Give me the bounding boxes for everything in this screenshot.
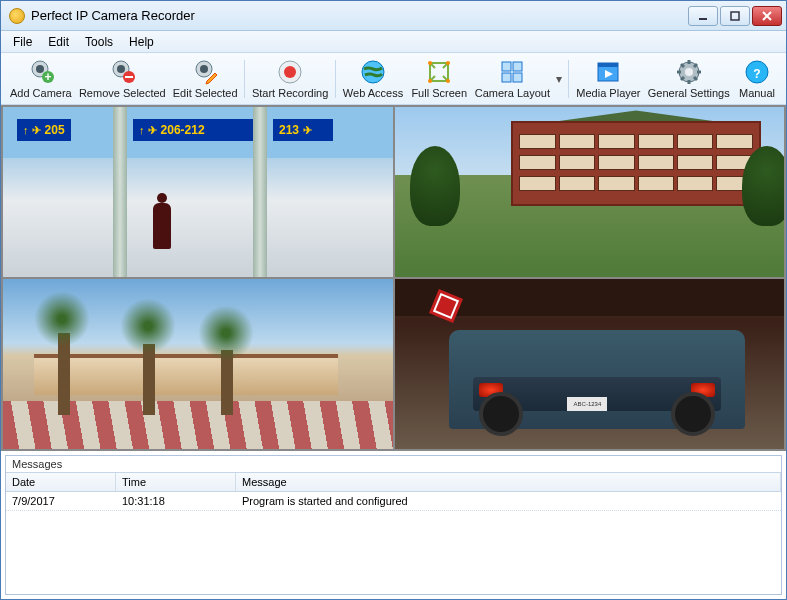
- col-time[interactable]: Time: [116, 473, 236, 491]
- svg-point-16: [362, 61, 384, 83]
- close-button[interactable]: [752, 6, 782, 26]
- airport-sign: ↑ ✈ 206-212: [133, 119, 253, 141]
- general-settings-button[interactable]: General Settings: [645, 55, 732, 103]
- svg-line-35: [681, 64, 684, 67]
- remove-selected-button[interactable]: Remove Selected: [77, 55, 168, 103]
- svg-point-20: [428, 79, 432, 83]
- help-icon: ?: [743, 58, 771, 86]
- edit-selected-button[interactable]: Edit Selected: [170, 55, 241, 103]
- camera-minus-icon: [108, 58, 136, 86]
- toolbar-separator: [335, 60, 336, 98]
- camera-grid: ↑ ✈ 205 ↑ ✈ 206-212 213 ✈: [1, 105, 786, 451]
- gear-icon: [675, 58, 703, 86]
- web-access-button[interactable]: Web Access: [340, 55, 406, 103]
- menu-help[interactable]: Help: [121, 32, 162, 52]
- svg-text:+: +: [44, 70, 51, 84]
- message-row[interactable]: 7/9/2017 10:31:18 Program is started and…: [6, 492, 781, 511]
- messages-header: Date Time Message: [6, 472, 781, 492]
- window-title: Perfect IP Camera Recorder: [31, 8, 688, 23]
- app-window: Perfect IP Camera Recorder File Edit Too…: [0, 0, 787, 600]
- license-plate: ABC-1234: [567, 397, 607, 411]
- menu-tools[interactable]: Tools: [77, 32, 121, 52]
- svg-rect-23: [513, 62, 522, 71]
- svg-point-13: [200, 65, 208, 73]
- svg-rect-25: [513, 73, 522, 82]
- svg-line-36: [694, 77, 697, 80]
- svg-rect-11: [125, 76, 133, 78]
- svg-line-38: [694, 64, 697, 67]
- toolbar-separator: [244, 60, 245, 98]
- minimize-button[interactable]: [688, 6, 718, 26]
- start-recording-button[interactable]: Start Recording: [249, 55, 330, 103]
- svg-rect-22: [502, 62, 511, 71]
- titlebar[interactable]: Perfect IP Camera Recorder: [1, 1, 786, 31]
- camera-feed-4[interactable]: ABC-1234: [395, 279, 785, 449]
- menubar: File Edit Tools Help: [1, 31, 786, 53]
- window-controls: [688, 6, 782, 26]
- airport-sign: ↑ ✈ 205: [17, 119, 71, 141]
- maximize-button[interactable]: [720, 6, 750, 26]
- globe-icon: [359, 58, 387, 86]
- toolbar-separator: [568, 60, 569, 98]
- messages-title: Messages: [6, 456, 781, 472]
- app-icon: [9, 8, 25, 24]
- svg-point-9: [117, 65, 125, 73]
- menu-file[interactable]: File: [5, 32, 40, 52]
- airport-sign: 213 ✈: [273, 119, 333, 141]
- add-camera-button[interactable]: + Add Camera: [7, 55, 75, 103]
- media-player-icon: [594, 58, 622, 86]
- svg-line-37: [681, 77, 684, 80]
- svg-text:?: ?: [753, 67, 760, 81]
- manual-button[interactable]: ? Manual: [734, 55, 780, 103]
- svg-point-5: [36, 65, 44, 73]
- col-date[interactable]: Date: [6, 473, 116, 491]
- full-screen-button[interactable]: Full Screen: [408, 55, 470, 103]
- svg-point-18: [428, 61, 432, 65]
- camera-feed-2[interactable]: [395, 107, 785, 277]
- messages-panel: Messages Date Time Message 7/9/2017 10:3…: [5, 455, 782, 595]
- camera-feed-1[interactable]: ↑ ✈ 205 ↑ ✈ 206-212 213 ✈: [3, 107, 393, 277]
- toolbar: + Add Camera Remove Selected Edit Select…: [1, 53, 786, 105]
- menu-edit[interactable]: Edit: [40, 32, 77, 52]
- svg-point-19: [446, 61, 450, 65]
- media-player-button[interactable]: Media Player: [573, 55, 643, 103]
- svg-point-30: [685, 68, 693, 76]
- camera-feed-3[interactable]: [3, 279, 393, 449]
- svg-rect-1: [731, 12, 739, 20]
- camera-layout-button[interactable]: Camera Layout: [472, 55, 552, 103]
- svg-rect-27: [598, 63, 618, 67]
- svg-rect-24: [502, 73, 511, 82]
- camera-edit-icon: [191, 58, 219, 86]
- camera-plus-icon: +: [27, 58, 55, 86]
- col-message[interactable]: Message: [236, 473, 781, 491]
- camera-layout-dropdown[interactable]: ▾: [554, 72, 564, 86]
- record-icon: [276, 58, 304, 86]
- fullscreen-icon: [425, 58, 453, 86]
- grid-layout-icon: [498, 58, 526, 86]
- svg-point-21: [446, 79, 450, 83]
- svg-point-15: [284, 66, 296, 78]
